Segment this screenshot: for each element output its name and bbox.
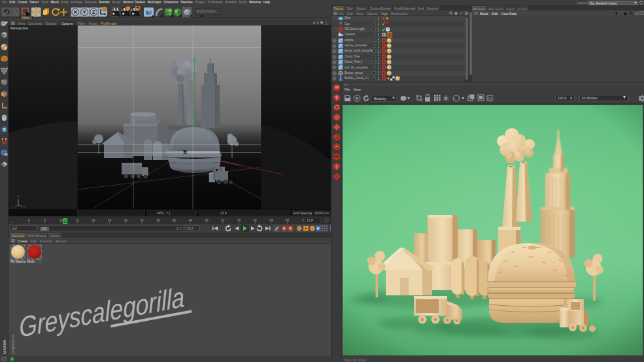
svg-text:44: 44 xyxy=(189,219,193,222)
svg-text:32: 32 xyxy=(141,219,144,222)
svg-text:20: 20 xyxy=(92,219,95,222)
svg-text:S: S xyxy=(3,127,6,132)
svg-text:Y: Y xyxy=(18,195,20,199)
svg-text:36: 36 xyxy=(156,219,160,222)
svg-text:68: 68 xyxy=(286,219,290,222)
svg-text:X: X xyxy=(74,9,78,15)
svg-text:24: 24 xyxy=(108,219,112,222)
svg-text:?: ? xyxy=(289,227,292,231)
svg-text:Beauty: Beauty xyxy=(374,97,386,101)
svg-text:4: 4 xyxy=(28,219,30,222)
svg-text:8: 8 xyxy=(44,219,46,222)
svg-text:56: 56 xyxy=(237,219,241,222)
svg-text:64: 64 xyxy=(269,219,273,222)
svg-text:16: 16 xyxy=(76,219,80,222)
svg-text:28: 28 xyxy=(124,219,128,222)
svg-text:48: 48 xyxy=(205,219,209,222)
svg-text:40: 40 xyxy=(173,219,177,222)
svg-text:Z: Z xyxy=(92,9,95,15)
svg-text:52: 52 xyxy=(221,219,225,222)
svg-text:Y: Y xyxy=(83,9,87,15)
svg-text:Greyscalegorilla: Greyscalegorilla xyxy=(18,281,185,343)
svg-text:12: 12 xyxy=(59,219,63,222)
svg-text:13: 13 xyxy=(63,220,67,223)
svg-text:P: P xyxy=(317,227,320,231)
svg-text:60: 60 xyxy=(254,219,258,222)
svg-text:PV: PV xyxy=(488,97,492,101)
